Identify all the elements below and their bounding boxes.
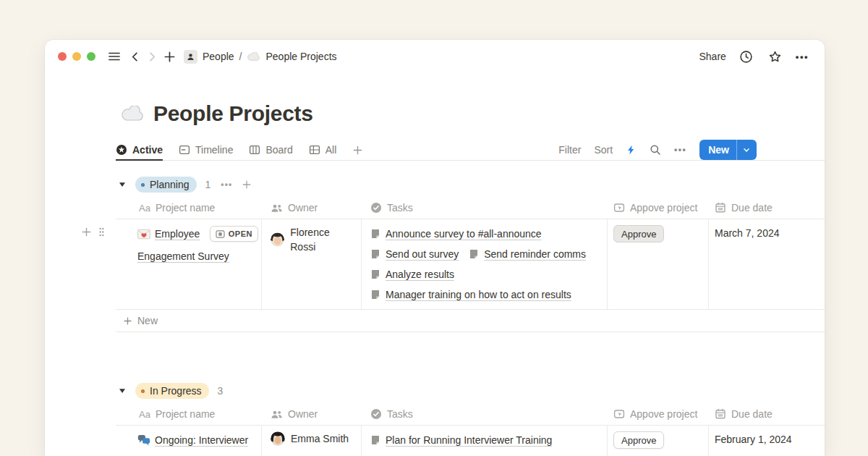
project-title-link[interactable]: Ongoing: Interviewer training xyxy=(137,434,248,456)
button-property-icon xyxy=(613,408,625,420)
star-icon[interactable] xyxy=(767,48,784,65)
table-row: Ongoing: Interviewer training Emma Smith… xyxy=(116,426,825,456)
approve-cell: Approve xyxy=(608,426,709,456)
forward-icon[interactable] xyxy=(143,48,161,65)
group-more-button[interactable]: ••• xyxy=(221,180,232,190)
task-title: Plan for Running Interviewer Training xyxy=(386,434,552,446)
owner-cell: Emma Smith xyxy=(262,426,362,456)
tab-board[interactable]: Board xyxy=(249,140,292,160)
group-status-pill[interactable]: In Progress xyxy=(135,383,209,399)
owner-cell: Florence Rossi xyxy=(262,219,362,309)
topbar-actions: Share ••• xyxy=(699,48,809,65)
notion-window: People / People Projects Share ••• Peopl… xyxy=(45,40,825,456)
calendar-icon xyxy=(715,408,726,420)
breadcrumb-team[interactable]: People xyxy=(203,51,234,62)
header-approve-project[interactable]: Appove project xyxy=(608,202,709,214)
view-tabs: Active Timeline Board All xyxy=(116,140,363,160)
task-link[interactable]: Send out survey xyxy=(370,244,459,264)
header-label: Appove project xyxy=(630,202,697,214)
back-icon[interactable] xyxy=(126,48,143,65)
people-icon xyxy=(271,410,283,419)
button-property-icon xyxy=(613,202,625,214)
tab-label: Board xyxy=(265,144,292,156)
views-toolbar: Active Timeline Board All xyxy=(116,140,825,161)
chevron-down-icon[interactable] xyxy=(736,140,757,160)
window-topbar: People / People Projects Share ••• xyxy=(45,40,825,73)
view-more-button[interactable]: ••• xyxy=(674,145,686,155)
add-view-button[interactable] xyxy=(352,140,363,160)
page-icon-cloud[interactable] xyxy=(120,106,145,122)
page-title[interactable]: People Projects xyxy=(153,101,313,126)
owner-person[interactable]: Florence Rossi xyxy=(271,225,355,254)
more-options-button[interactable]: ••• xyxy=(796,51,809,62)
table-in-progress: Aa Project name Owner Tasks Appove proj xyxy=(116,403,825,456)
lightning-icon[interactable] xyxy=(626,144,637,156)
task-link[interactable]: Manager training on how to act on result… xyxy=(370,284,571,305)
check-circle-icon xyxy=(370,408,382,420)
header-owner[interactable]: Owner xyxy=(262,202,362,214)
share-button[interactable]: Share xyxy=(699,51,726,62)
tab-label: All xyxy=(326,144,337,156)
header-project-name[interactable]: Aa Project name xyxy=(116,202,262,214)
due-date-cell[interactable]: March 7, 2024 xyxy=(709,219,825,309)
add-row-icon[interactable] xyxy=(81,227,92,237)
task-link[interactable]: Announce survey to #all-announce xyxy=(370,224,542,244)
owner-person[interactable]: Emma Smith xyxy=(271,431,349,446)
side-peek-icon xyxy=(216,230,225,238)
new-row-button[interactable]: New xyxy=(116,310,825,332)
avatar xyxy=(271,232,284,247)
new-row-label: New xyxy=(137,315,158,326)
open-page-button[interactable]: OPEN xyxy=(210,226,258,242)
tab-active[interactable]: Active xyxy=(116,140,163,161)
header-due-date[interactable]: Due date xyxy=(709,408,825,420)
breadcrumb-separator: / xyxy=(239,51,242,62)
clock-icon[interactable] xyxy=(738,48,755,65)
sidebar-toggle-icon[interactable] xyxy=(106,48,123,65)
task-link[interactable]: Analyze results xyxy=(370,264,454,284)
header-label: Owner xyxy=(288,408,318,420)
header-label: Tasks xyxy=(387,408,413,420)
collapse-group-icon[interactable] xyxy=(119,182,127,187)
approve-button[interactable]: Approve xyxy=(613,431,664,449)
task-link[interactable]: Run interviewer training session xyxy=(370,450,529,456)
tasks-cell: Plan for Running Interviewer Training Ru… xyxy=(362,426,608,456)
header-owner[interactable]: Owner xyxy=(262,408,362,420)
group-status-pill[interactable]: Planning xyxy=(135,177,197,193)
header-tasks[interactable]: Tasks xyxy=(362,408,608,420)
tab-label: Timeline xyxy=(195,144,233,156)
approve-button[interactable]: Approve xyxy=(613,225,664,242)
avatar xyxy=(271,431,285,446)
tab-label: Active xyxy=(132,144,163,156)
header-approve-project[interactable]: Appove project xyxy=(608,408,709,420)
tab-timeline[interactable]: Timeline xyxy=(179,140,233,160)
task-link[interactable]: Send reminder comms xyxy=(469,244,586,264)
group-add-row-icon[interactable] xyxy=(242,180,252,190)
collapse-group-icon[interactable] xyxy=(119,388,127,394)
text-property-icon: Aa xyxy=(139,409,150,420)
breadcrumb-page[interactable]: People Projects xyxy=(265,51,336,62)
task-title: Send reminder comms xyxy=(484,248,586,260)
zoom-window-button[interactable] xyxy=(87,52,95,61)
table-row: Employee Engagement Survey OPEN Florence… xyxy=(116,219,825,310)
due-date-cell[interactable]: February 1, 2024 xyxy=(709,426,825,456)
search-icon[interactable] xyxy=(650,144,661,156)
header-label: Appove project xyxy=(630,408,697,420)
drag-handle-icon[interactable] xyxy=(98,227,105,237)
header-tasks[interactable]: Tasks xyxy=(362,202,608,214)
new-button[interactable]: New xyxy=(699,140,757,160)
tab-all[interactable]: All xyxy=(309,140,337,160)
header-project-name[interactable]: Aa Project name xyxy=(116,408,262,420)
table-header-row: Aa Project name Owner Tasks Appove proj xyxy=(116,197,825,219)
task-link[interactable]: Plan for Running Interviewer Training xyxy=(370,430,552,450)
minimize-window-button[interactable] xyxy=(72,52,81,61)
page-header: People Projects xyxy=(120,101,825,127)
new-page-icon[interactable] xyxy=(161,48,178,65)
people-icon xyxy=(271,203,283,213)
header-due-date[interactable]: Due date xyxy=(709,202,825,214)
close-window-button[interactable] xyxy=(58,52,67,61)
filter-button[interactable]: Filter xyxy=(558,144,581,156)
view-controls: Filter Sort ••• New xyxy=(558,140,825,160)
sort-button[interactable]: Sort xyxy=(594,144,613,156)
group-spacer xyxy=(45,332,825,367)
group-count: 1 xyxy=(205,179,211,190)
